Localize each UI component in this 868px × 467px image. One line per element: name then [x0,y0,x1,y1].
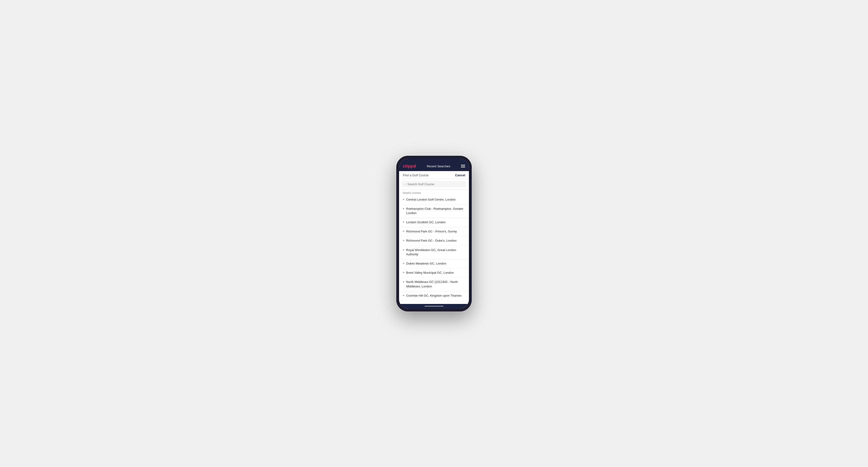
course-name: Roehampton Club - Roehampton, Greater Lo… [406,207,465,215]
phone-device: clippd Recent Searches Find a Golf Cours… [396,156,472,311]
pin-icon: ▾ [403,207,404,210]
search-box: ⌕ [402,181,466,187]
search-input[interactable] [407,182,464,186]
pin-icon: ▾ [403,198,404,201]
nearby-courses-section: Nearby courses ▾ Central London Golf Cen… [399,189,469,304]
hamburger-line-2 [461,166,465,166]
home-bar [425,306,443,307]
find-label: Find a Golf Course [403,174,429,177]
find-bar: Find a Golf Course Cancel [399,171,469,179]
list-item[interactable]: ▾ North Middlesex GC (1011942 - North Mi… [399,278,469,291]
pin-icon: ▾ [403,239,404,242]
course-name: Dukes Meadows GC, London [406,261,446,266]
pin-icon: ▾ [403,220,404,224]
list-item[interactable]: ▾ Coombe Hill GC, Kingston upon Thames [399,291,469,301]
nav-title: Recent Searches [427,164,450,168]
hamburger-line-3 [461,167,465,167]
hamburger-line-1 [461,165,465,165]
course-name: Brent Valley Municipal GC, London [406,271,454,275]
list-item[interactable]: ▾ Royal Wimbledon GC, Great London Autho… [399,246,469,259]
phone-screen: clippd Recent Searches Find a Golf Cours… [399,159,469,309]
course-name: Richmond Park GC - Prince's, Surrey [406,229,457,234]
search-icon: ⌕ [404,182,406,186]
pin-icon: ▾ [403,248,404,252]
content-area: Find a Golf Course Cancel ⌕ Nearby cours… [399,171,469,304]
course-name: Coombe Hill GC, Kingston upon Thames [406,293,462,298]
list-item[interactable]: ▾ London Scottish GC, London [399,218,469,227]
course-name: Richmond Park GC - Duke's, London [406,239,457,243]
menu-icon[interactable] [461,165,465,167]
course-name: Central London Golf Centre, London [406,197,456,202]
list-item[interactable]: ▾ Richmond Park GC - Duke's, London [399,236,469,245]
list-item[interactable]: ▾ Brent Valley Municipal GC, London [399,268,469,278]
nav-bar: clippd Recent Searches [399,162,469,171]
pin-icon: ▾ [403,262,404,265]
nearby-label: Nearby courses [399,189,469,195]
status-bar [399,159,469,162]
course-name: North Middlesex GC (1011942 - North Midd… [406,280,465,288]
course-name: Royal Wimbledon GC, Great London Authori… [406,248,465,256]
pin-icon: ▾ [403,229,404,233]
list-item[interactable]: ▾ Roehampton Club - Roehampton, Greater … [399,205,469,218]
app-logo: clippd [403,164,416,169]
home-indicator [399,304,469,309]
list-item[interactable]: ▾ Central London Golf Centre, London [399,195,469,205]
course-name: London Scottish GC, London [406,220,445,224]
pin-icon: ▾ [403,280,404,283]
pin-icon: ▾ [403,271,404,274]
cancel-button[interactable]: Cancel [455,174,465,177]
search-container: ⌕ [399,179,469,189]
list-item[interactable]: ▾ Richmond Park GC - Prince's, Surrey [399,227,469,236]
list-item[interactable]: ▾ Dukes Meadows GC, London [399,259,469,268]
pin-icon: ▾ [403,294,404,297]
